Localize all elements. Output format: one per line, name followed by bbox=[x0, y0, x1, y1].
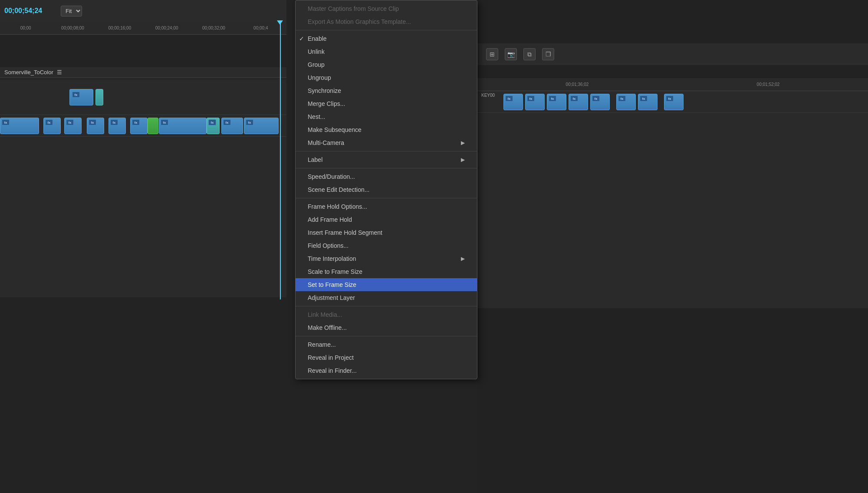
menu-item-label-label: Label bbox=[308, 156, 322, 163]
right-mark-1: 00;01;52;02 bbox=[673, 82, 864, 87]
menu-item-make-offline[interactable]: Make Offline... bbox=[296, 321, 477, 334]
icon-camera[interactable]: 📷 bbox=[505, 48, 517, 60]
menu-item-label-scene-edit: Scene Edit Detection... bbox=[308, 186, 369, 193]
menu-item-link-media: Link Media... bbox=[296, 308, 477, 321]
main-clip-4[interactable]: fx bbox=[87, 118, 104, 134]
menu-item-master-captions: Master Captions from Source Clip bbox=[296, 2, 477, 15]
right-clip-7[interactable]: fx bbox=[638, 94, 658, 110]
menu-item-ungroup[interactable]: Ungroup bbox=[296, 71, 477, 84]
menu-separator bbox=[296, 306, 477, 306]
right-clip-3[interactable]: fx bbox=[547, 94, 566, 110]
menu-item-unlink[interactable]: Unlink bbox=[296, 45, 477, 58]
menu-item-scale-to-frame[interactable]: Scale to Frame Size bbox=[296, 265, 477, 278]
menu-item-label-ungroup: Ungroup bbox=[308, 74, 331, 81]
main-clip-9[interactable]: fx bbox=[244, 118, 279, 134]
main-clip-8[interactable]: fx bbox=[221, 118, 243, 134]
menu-item-group[interactable]: Group bbox=[296, 58, 477, 71]
menu-item-scene-edit[interactable]: Scene Edit Detection... bbox=[296, 183, 477, 196]
right-clip-fx-8: fx bbox=[666, 95, 674, 102]
sequence-menu-icon[interactable]: ☰ bbox=[57, 69, 62, 76]
menu-item-make-subsequence[interactable]: Make Subsequence bbox=[296, 123, 477, 136]
menu-item-label-unlink: Unlink bbox=[308, 48, 325, 55]
menu-item-field-options[interactable]: Field Options... bbox=[296, 239, 477, 252]
context-menu: Master Captions from Source ClipExport A… bbox=[295, 0, 477, 379]
ruler-mark-1: 00;00;08;00 bbox=[49, 26, 96, 30]
main-clip-6[interactable]: fx bbox=[130, 118, 148, 134]
menu-item-label-field-options: Field Options... bbox=[308, 242, 349, 249]
icon-grid[interactable]: ⊞ bbox=[486, 48, 498, 60]
menu-item-label-link-media: Link Media... bbox=[308, 311, 342, 318]
main-video-track: fx fx fx fx fx fx fx fx fx fx bbox=[0, 115, 286, 137]
right-clip-2[interactable]: fx bbox=[525, 94, 545, 110]
main-clip-3[interactable]: fx bbox=[64, 118, 82, 134]
menu-item-label-rename: Rename... bbox=[308, 341, 336, 348]
menu-item-label-speed-duration: Speed/Duration... bbox=[308, 173, 355, 180]
right-clip-6[interactable]: fx bbox=[616, 94, 636, 110]
right-clip-8[interactable]: fx bbox=[664, 94, 684, 110]
menu-item-rename[interactable]: Rename... bbox=[296, 338, 477, 351]
right-clip-fx-4: fx bbox=[570, 95, 578, 102]
menu-item-synchronize[interactable]: Synchronize bbox=[296, 84, 477, 97]
menu-item-frame-hold-options[interactable]: Frame Hold Options... bbox=[296, 200, 477, 213]
menu-item-label-make-offline: Make Offline... bbox=[308, 324, 347, 331]
sequence-label: Somerville_ToColor ☰ bbox=[0, 67, 286, 78]
menu-item-label-reveal-finder: Reveal in Finder... bbox=[308, 367, 357, 374]
menu-item-adjustment-layer[interactable]: Adjustment Layer bbox=[296, 291, 477, 304]
menu-item-set-to-frame[interactable]: Set to Frame Size bbox=[296, 278, 477, 291]
menu-item-export-motion: Export As Motion Graphics Template... bbox=[296, 15, 477, 28]
menu-item-reveal-finder[interactable]: Reveal in Finder... bbox=[296, 364, 477, 377]
menu-item-label[interactable]: Label▶ bbox=[296, 153, 477, 166]
menu-item-multi-camera[interactable]: Multi-Camera▶ bbox=[296, 136, 477, 149]
playhead-marker bbox=[277, 20, 283, 25]
ruler-mark-2: 00;00;16;00 bbox=[96, 26, 143, 30]
menu-item-label-frame-hold-options: Frame Hold Options... bbox=[308, 203, 367, 210]
right-tracks-area: KEY00 fx fx fx fx fx fx fx fx bbox=[477, 91, 868, 308]
main-clip-2[interactable]: fx bbox=[43, 118, 61, 134]
menu-item-speed-duration[interactable]: Speed/Duration... bbox=[296, 170, 477, 183]
main-clip-teal-1[interactable]: fx bbox=[207, 118, 220, 134]
right-clip-5[interactable]: fx bbox=[590, 94, 610, 110]
menu-item-reveal-project[interactable]: Reveal in Project bbox=[296, 351, 477, 364]
main-clip-fx-2: fx bbox=[45, 119, 53, 125]
main-clip-fx-4: fx bbox=[89, 119, 96, 125]
tracks-area-left: fx fx fx fx fx fx fx fx fx bbox=[0, 80, 286, 297]
timecode-display: 00;00;54;24 bbox=[4, 7, 56, 15]
main-clip-7[interactable]: fx bbox=[159, 118, 207, 134]
main-clip-green-1[interactable] bbox=[148, 118, 158, 134]
icon-layers[interactable]: ❒ bbox=[542, 48, 554, 60]
menu-item-insert-frame-hold[interactable]: Insert Frame Hold Segment bbox=[296, 226, 477, 239]
menu-item-enable[interactable]: ✓Enable bbox=[296, 32, 477, 45]
right-track-row-1: KEY00 fx fx fx fx fx fx fx fx bbox=[477, 91, 868, 113]
right-clip-4[interactable]: fx bbox=[569, 94, 588, 110]
menu-item-time-interpolation[interactable]: Time Interpolation▶ bbox=[296, 252, 477, 265]
timeline-ruler-left: 00;00 00;00;08;00 00;00;16;00 00;00;24;0… bbox=[0, 22, 286, 35]
right-clip-fx-6: fx bbox=[618, 95, 626, 102]
video-clip-2[interactable] bbox=[95, 89, 103, 105]
menu-item-nest[interactable]: Nest... bbox=[296, 110, 477, 123]
video-track-1: fx bbox=[0, 80, 286, 115]
right-ruler-marks-container: 00;01;36;02 00;01;52;02 bbox=[482, 82, 864, 87]
menu-item-label-group: Group bbox=[308, 61, 325, 68]
menu-item-label-enable: Enable bbox=[308, 35, 327, 42]
video-clip-1[interactable]: fx bbox=[69, 89, 93, 105]
right-clip-1[interactable]: fx bbox=[503, 94, 523, 110]
right-clip-fx-7: fx bbox=[640, 95, 648, 102]
main-clip-1[interactable]: fx bbox=[0, 118, 39, 134]
menu-separator bbox=[296, 336, 477, 336]
ruler-marks-container: 00;00 00;00;08;00 00;00;16;00 00;00;24;0… bbox=[2, 26, 284, 30]
main-clip-fx-7: fx bbox=[161, 119, 168, 125]
icon-copy[interactable]: ⧉ bbox=[523, 48, 536, 60]
menu-item-add-frame-hold[interactable]: Add Frame Hold bbox=[296, 213, 477, 226]
menu-item-label-add-frame-hold: Add Frame Hold bbox=[308, 216, 352, 223]
clip-fx-1: fx bbox=[72, 92, 80, 98]
menu-item-merge-clips[interactable]: Merge Clips... bbox=[296, 97, 477, 110]
main-clip-5[interactable]: fx bbox=[108, 118, 126, 134]
fit-select[interactable]: Fit bbox=[61, 6, 82, 16]
menu-item-label-export-motion: Export As Motion Graphics Template... bbox=[308, 18, 411, 25]
menu-item-label-multi-camera: Multi-Camera bbox=[308, 139, 344, 146]
right-clip-fx-5: fx bbox=[592, 95, 600, 102]
menu-item-label-synchronize: Synchronize bbox=[308, 87, 341, 94]
ruler-mark-5: 00;00;4 bbox=[237, 26, 284, 30]
menu-separator bbox=[296, 30, 477, 30]
main-clip-fx-9: fx bbox=[246, 119, 253, 125]
